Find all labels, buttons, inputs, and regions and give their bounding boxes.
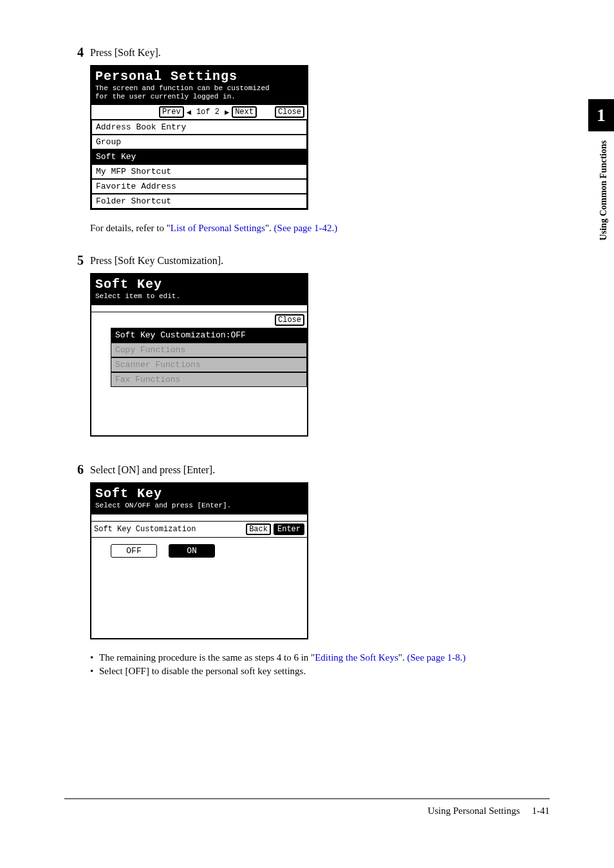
list-item[interactable]: Address Book Entry [91, 120, 307, 135]
step-number: 4 [64, 45, 90, 60]
chapter-number: 1 [597, 105, 606, 126]
softkey-list: Soft Key Customization:OFF Copy Function… [91, 328, 307, 387]
enter-button[interactable]: Enter [274, 524, 304, 535]
ref-mid: ". [265, 223, 274, 233]
lcd-subtitle: Select item to edit. [95, 292, 303, 301]
ref-prefix: For details, refer to " [90, 223, 171, 233]
note-item: • The remaining procedure is the same as… [90, 652, 550, 663]
lcd-header: Soft Key Select ON/OFF and press [Enter]… [91, 484, 307, 514]
step-4: 4 Press [Soft Key]. [64, 45, 550, 60]
bullet-icon: • [90, 666, 99, 677]
list-item-disabled: Fax Functions [111, 372, 307, 387]
step-6: 6 Select [ON] and press [Enter]. [64, 462, 550, 477]
next-button[interactable]: Next [232, 106, 257, 118]
lcd-subtitle: Select ON/OFF and press [Enter]. [95, 502, 303, 510]
lcd-toolbar: Prev ◀ 1of 2 ▶ Next Close [91, 105, 307, 120]
note-text: Select [OFF] to disable the personal sof… [99, 666, 550, 677]
close-button[interactable]: Close [275, 106, 304, 118]
lcd-title: Soft Key [95, 486, 303, 502]
page-indicator: 1of 2 [194, 108, 222, 117]
step-text: Select [ON] and press [Enter]. [90, 462, 550, 477]
detail-reference: For details, refer to "List of Personal … [90, 223, 550, 234]
bullet-icon: • [90, 652, 99, 663]
ref-link[interactable]: List of Personal Settings [171, 223, 265, 233]
step-number: 5 [64, 253, 90, 268]
step-number: 6 [64, 462, 90, 477]
settings-list: Address Book Entry Group Soft Key My MFP… [91, 120, 307, 209]
list-item[interactable]: My MFP Shortcut [91, 164, 307, 179]
lcd-title: Soft Key [95, 277, 303, 292]
screen-personal-settings: Personal Settings The screen and functio… [90, 65, 550, 210]
lcd-toolbar: Close [91, 312, 307, 328]
chapter-label: Using Common Functions [599, 140, 609, 241]
arrow-right-icon: ▶ [225, 108, 229, 117]
prev-button[interactable]: Prev [159, 106, 184, 118]
list-item-selected[interactable]: Soft Key Customization:OFF [111, 328, 307, 343]
list-item-disabled: Scanner Functions [111, 357, 307, 372]
lcd-header: Soft Key Select item to edit. [91, 274, 307, 305]
ref-page-link[interactable]: (See page 1-42.) [274, 223, 338, 233]
note-item: • Select [OFF] to disable the personal s… [90, 666, 550, 677]
screen-soft-key-onoff: Soft Key Select ON/OFF and press [Enter]… [90, 482, 550, 639]
customization-label: Soft Key Customization [94, 525, 196, 534]
toggle-row: OFF ON [91, 538, 307, 564]
note-page-link[interactable]: (See page 1-8.) [407, 652, 465, 663]
step-text: Press [Soft Key Customization]. [90, 253, 550, 268]
page-body: 4 Press [Soft Key]. Personal Settings Th… [0, 0, 614, 705]
list-item[interactable]: Favorite Address [91, 179, 307, 194]
step-text: Press [Soft Key]. [90, 45, 550, 60]
back-button[interactable]: Back [246, 524, 271, 535]
on-toggle[interactable]: ON [169, 544, 215, 558]
screen-soft-key: Soft Key Select item to edit. Close Soft… [90, 273, 550, 437]
lcd-toolbar: Soft Key Customization Back Enter [91, 522, 307, 538]
off-toggle[interactable]: OFF [111, 544, 157, 558]
list-item[interactable]: Folder Shortcut [91, 194, 307, 209]
footer-page: 1-41 [532, 806, 550, 816]
lcd-subtitle-1: The screen and function can be customize… [95, 84, 303, 93]
notes-list: • The remaining procedure is the same as… [90, 652, 550, 677]
list-item-selected[interactable]: Soft Key [91, 149, 307, 164]
lcd-header: Personal Settings The screen and functio… [91, 66, 307, 105]
step-5: 5 Press [Soft Key Customization]. [64, 253, 550, 268]
list-item[interactable]: Group [91, 135, 307, 149]
chapter-tab: 1 [588, 99, 614, 131]
lcd-subtitle-2: for the user currently logged in. [95, 93, 303, 101]
arrow-left-icon: ◀ [187, 108, 191, 117]
page-footer: Using Personal Settings 1-41 [64, 798, 550, 816]
list-item-disabled: Copy Functions [111, 343, 307, 357]
note-text: The remaining procedure is the same as s… [99, 652, 550, 663]
lcd-title: Personal Settings [95, 69, 303, 84]
footer-title: Using Personal Settings [427, 806, 519, 816]
close-button[interactable]: Close [275, 314, 304, 326]
note-link[interactable]: Editing the Soft Keys [315, 652, 398, 663]
